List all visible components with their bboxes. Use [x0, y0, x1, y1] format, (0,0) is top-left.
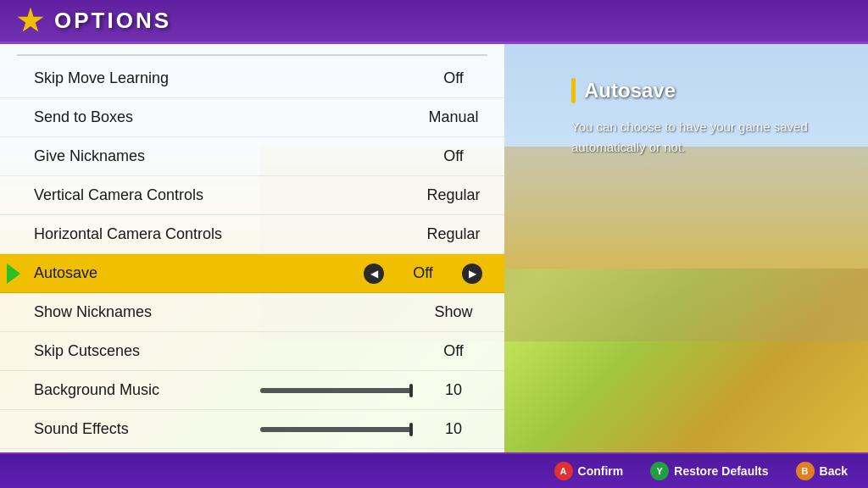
option-label-autosave: Autosave [34, 264, 359, 282]
sound-effects-slider-thumb [409, 423, 413, 436]
option-label-show-nicknames: Show Nicknames [34, 303, 420, 321]
option-label-vertical-camera-controls: Vertical Camera Controls [34, 186, 420, 204]
info-title-bar: Autosave [571, 78, 843, 103]
option-label-sound-effects: Sound Effects [34, 420, 260, 438]
info-title: Autosave [584, 79, 676, 103]
option-row-sound-effects[interactable]: Sound Effects 10 [0, 410, 504, 449]
arrow-right-icon[interactable]: ▶ [462, 263, 482, 284]
sound-effects-slider-fill [260, 427, 413, 432]
option-value-skip-move-learning: Off [420, 69, 487, 87]
info-title-accent [571, 78, 576, 103]
option-value-send-to-boxes: Manual [420, 108, 487, 126]
info-panel: Autosave You can choose to have your gam… [546, 44, 868, 452]
info-description: You can choose to have your game saved a… [571, 117, 843, 158]
option-value-horizontal-camera-controls: Regular [420, 225, 487, 243]
option-label-horizontal-camera-controls: Horizontal Camera Controls [34, 225, 420, 243]
option-row-show-nicknames[interactable]: Show Nicknames Show [0, 293, 504, 332]
sound-effects-slider-container: 10 [260, 420, 487, 438]
option-value-give-nicknames: Off [420, 147, 487, 165]
option-value-sound-effects: 10 [420, 420, 487, 438]
selected-arrow-icon [7, 263, 20, 284]
back-button[interactable]: B Back [796, 462, 848, 480]
option-row-vertical-camera-controls[interactable]: Vertical Camera Controls Regular [0, 176, 504, 215]
option-value-background-music: 10 [420, 381, 487, 399]
option-label-send-to-boxes: Send to Boxes [34, 108, 420, 126]
option-row-autosave[interactable]: Autosave ◀ Off ▶ [0, 254, 504, 293]
background-music-slider-fill [260, 388, 413, 393]
restore-defaults-button[interactable]: Y Restore Defaults [650, 462, 768, 480]
top-divider [17, 54, 487, 56]
options-panel: Skip Move Learning Off Send to Boxes Man… [0, 44, 504, 452]
option-label-skip-cutscenes: Skip Cutscenes [34, 342, 420, 360]
sound-effects-slider-track[interactable] [260, 427, 413, 432]
confirm-button[interactable]: A Confirm [554, 462, 624, 480]
back-label: Back [820, 464, 848, 478]
y-button-icon: Y [650, 462, 669, 480]
top-bar: OPTIONS [0, 0, 868, 44]
b-button-icon: B [796, 462, 815, 480]
arrow-left-icon[interactable]: ◀ [364, 263, 384, 284]
option-row-background-music[interactable]: Background Music 10 [0, 371, 504, 410]
option-label-give-nicknames: Give Nicknames [34, 147, 420, 165]
background-music-slider-container: 10 [260, 381, 487, 399]
confirm-label: Confirm [578, 464, 624, 478]
options-list: Skip Move Learning Off Send to Boxes Man… [0, 44, 504, 452]
option-row-skip-cutscenes[interactable]: Skip Cutscenes Off [0, 332, 504, 371]
option-value-show-nicknames: Show [420, 303, 487, 321]
option-value-vertical-camera-controls: Regular [420, 186, 487, 204]
page-title: OPTIONS [54, 8, 171, 34]
bottom-bar: A Confirm Y Restore Defaults B Back [0, 452, 868, 488]
option-label-skip-move-learning: Skip Move Learning [34, 69, 420, 87]
option-row-send-to-boxes[interactable]: Send to Boxes Manual [0, 98, 504, 137]
option-row-horizontal-camera-controls[interactable]: Horizontal Camera Controls Regular [0, 215, 504, 254]
option-row-skip-move-learning[interactable]: Skip Move Learning Off [0, 59, 504, 98]
restore-defaults-label: Restore Defaults [674, 464, 768, 478]
option-row-give-nicknames[interactable]: Give Nicknames Off [0, 137, 504, 176]
option-value-skip-cutscenes: Off [420, 342, 487, 360]
background-music-slider-track[interactable] [260, 388, 413, 393]
option-label-background-music: Background Music [34, 381, 260, 399]
background-music-slider-thumb [409, 384, 413, 397]
a-button-icon: A [554, 462, 573, 480]
gear-icon [17, 8, 44, 35]
option-value-autosave: Off [389, 264, 457, 282]
